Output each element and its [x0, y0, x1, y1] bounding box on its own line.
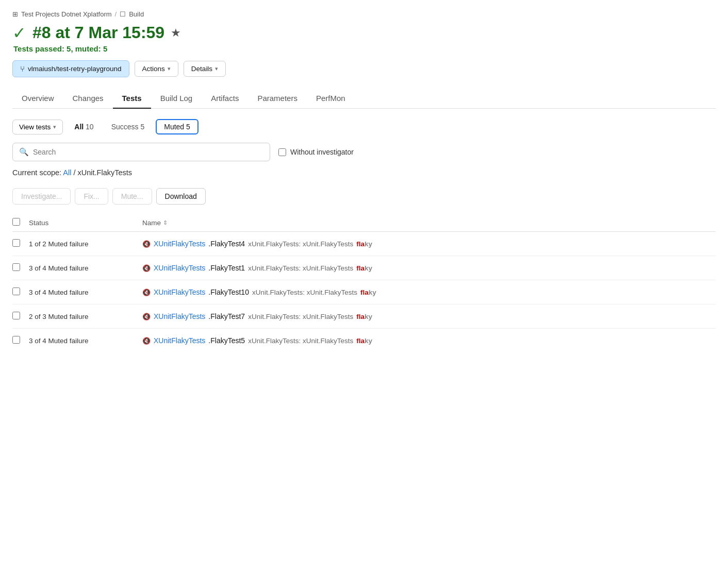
name-cell: 🔇 XUnitFlakyTests.FlakyTest5 xUnit.Flaky… [142, 336, 716, 345]
chevron-down-icon: ▾ [53, 124, 56, 130]
table-row: 3 of 4 Muted failure 🔇 XUnitFlakyTests.F… [12, 329, 716, 352]
header-checkbox-cell [12, 218, 29, 227]
test-link[interactable]: XUnitFlakyTests [154, 336, 205, 345]
flaky-badge: flaky [356, 313, 372, 320]
tab-parameters[interactable]: Parameters [248, 89, 307, 109]
build-heading: #8 at 7 Mar 15:59 [32, 23, 164, 42]
select-all-checkbox[interactable] [12, 218, 20, 226]
test-name: .FlakyTest4 [208, 240, 245, 248]
tab-overview[interactable]: Overview [12, 89, 63, 109]
scope-line: Current scope: All / xUnit.FlakyTests [12, 168, 716, 177]
project-name[interactable]: Test Projects Dotnet Xplatform [21, 10, 112, 18]
test-suite: xUnit.FlakyTests: xUnit.FlakyTests [248, 313, 353, 320]
test-suite: xUnit.FlakyTests: xUnit.FlakyTests [248, 240, 353, 248]
tab-changes[interactable]: Changes [63, 89, 113, 109]
mute-icon: 🔇 [142, 337, 151, 345]
test-name: .FlakyTest1 [208, 264, 245, 272]
chevron-down-icon: ▾ [168, 65, 171, 72]
search-input[interactable] [33, 148, 263, 156]
table-row: 1 of 2 Muted failure 🔇 XUnitFlakyTests.F… [12, 232, 716, 256]
action-buttons: Investigate... Fix... Mute... Download [12, 188, 716, 205]
test-link[interactable]: XUnitFlakyTests [154, 312, 205, 320]
row-checkbox-cell [12, 312, 29, 321]
status-cell: 1 of 2 Muted failure [29, 240, 142, 248]
row-checkbox[interactable] [12, 263, 20, 271]
col-status-header: Status [29, 219, 142, 227]
test-name: .FlakyTest7 [208, 312, 245, 320]
tab-buildlog[interactable]: Build Log [151, 89, 202, 109]
flaky-badge: flaky [356, 337, 372, 345]
filter-all[interactable]: All 10 [68, 120, 100, 134]
search-row: 🔍 Without investigator [12, 143, 716, 161]
star-icon[interactable]: ★ [171, 26, 181, 40]
branch-icon: ⑂ [20, 64, 25, 73]
test-name: .FlakyTest10 [208, 288, 249, 296]
download-button[interactable]: Download [156, 188, 206, 205]
test-suite: xUnit.FlakyTests: xUnit.FlakyTests [252, 289, 357, 296]
col-name-header[interactable]: Name ⇕ [142, 219, 716, 227]
nav-tabs: Overview Changes Tests Build Log Artifac… [12, 89, 716, 109]
row-checkbox[interactable] [12, 288, 20, 295]
name-cell: 🔇 XUnitFlakyTests.FlakyTest4 xUnit.Flaky… [142, 240, 716, 248]
tab-tests[interactable]: Tests [113, 89, 151, 109]
test-link[interactable]: XUnitFlakyTests [154, 264, 205, 272]
row-checkbox[interactable] [12, 312, 20, 319]
name-cell: 🔇 XUnitFlakyTests.FlakyTest7 xUnit.Flaky… [142, 312, 716, 320]
mute-icon: 🔇 [142, 240, 151, 248]
mute-icon: 🔇 [142, 313, 151, 320]
table-header: Status Name ⇕ [12, 214, 716, 232]
investigator-filter: Without investigator [278, 148, 354, 156]
build-label[interactable]: Build [129, 10, 144, 18]
scope-all-link[interactable]: All [63, 168, 71, 177]
flaky-badge: flaky [356, 264, 372, 272]
branch-label: vlmaiush/test-retry-playground [28, 65, 122, 73]
mute-icon: 🔇 [142, 289, 151, 296]
mute-button: Mute... [112, 188, 152, 205]
tab-perfmon[interactable]: PerfMon [307, 89, 355, 109]
actions-button[interactable]: Actions ▾ [135, 61, 178, 77]
without-investigator-checkbox[interactable] [278, 148, 286, 156]
table-row: 2 of 3 Muted failure 🔇 XUnitFlakyTests.F… [12, 305, 716, 329]
row-checkbox[interactable] [12, 336, 20, 344]
row-checkbox-cell [12, 288, 29, 297]
name-cell: 🔇 XUnitFlakyTests.FlakyTest10 xUnit.Flak… [142, 288, 716, 296]
view-tests-label: View tests [19, 123, 51, 131]
test-suite: xUnit.FlakyTests: xUnit.FlakyTests [248, 337, 353, 345]
filter-muted-button[interactable]: Muted 5 [156, 119, 198, 134]
tests-table: Status Name ⇕ 1 of 2 Muted failure 🔇 XUn… [12, 214, 716, 352]
action-bar: ⑂ vlmaiush/test-retry-playground Actions… [12, 60, 716, 77]
name-cell: 🔇 XUnitFlakyTests.FlakyTest1 xUnit.Flaky… [142, 264, 716, 272]
filter-bar: View tests ▾ All 10 Success 5 Muted 5 [12, 119, 716, 134]
row-checkbox-cell [12, 263, 29, 273]
build-title: ✓ #8 at 7 Mar 15:59 ★ [12, 23, 716, 42]
filter-success[interactable]: Success 5 [105, 120, 151, 134]
table-row: 3 of 4 Muted failure 🔇 XUnitFlakyTests.F… [12, 256, 716, 280]
status-cell: 3 of 4 Muted failure [29, 337, 142, 345]
flaky-badge: flaky [356, 240, 372, 248]
test-name: .FlakyTest5 [208, 336, 245, 345]
grid-icon: ⊞ [12, 10, 18, 18]
details-button[interactable]: Details ▾ [184, 61, 226, 77]
status-cell: 3 of 4 Muted failure [29, 289, 142, 296]
build-subtitle: Tests passed: 5, muted: 5 [13, 44, 716, 53]
investigate-button: Investigate... [12, 188, 71, 205]
mute-icon: 🔇 [142, 264, 151, 272]
build-icon: ☐ [120, 10, 126, 18]
scope-suffix: / xUnit.FlakyTests [74, 168, 133, 177]
row-checkbox-cell [12, 336, 29, 345]
status-cell: 2 of 3 Muted failure [29, 313, 142, 320]
branch-button[interactable]: ⑂ vlmaiush/test-retry-playground [12, 60, 129, 77]
sort-icon: ⇕ [163, 219, 168, 226]
row-checkbox[interactable] [12, 239, 20, 247]
view-tests-button[interactable]: View tests ▾ [12, 120, 63, 134]
test-link[interactable]: XUnitFlakyTests [154, 240, 205, 248]
check-circle-icon: ✓ [12, 25, 26, 41]
test-link[interactable]: XUnitFlakyTests [154, 288, 205, 296]
details-label: Details [191, 65, 212, 73]
without-investigator-label: Without investigator [290, 148, 354, 156]
chevron-down-icon: ▾ [215, 65, 218, 72]
tab-artifacts[interactable]: Artifacts [202, 89, 248, 109]
row-checkbox-cell [12, 239, 29, 248]
breadcrumb: ⊞ Test Projects Dotnet Xplatform / ☐ Bui… [12, 10, 716, 18]
test-suite: xUnit.FlakyTests: xUnit.FlakyTests [248, 264, 353, 272]
